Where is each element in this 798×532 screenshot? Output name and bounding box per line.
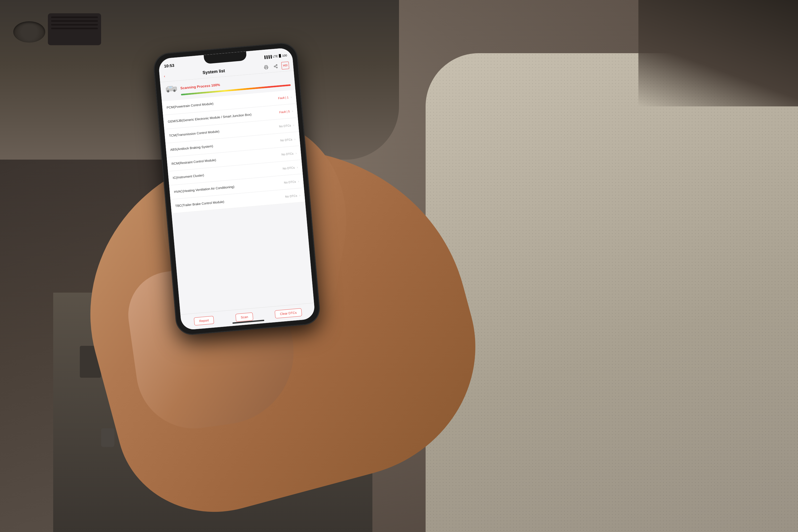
ok-label-hvac: No DTCs: [284, 180, 296, 184]
chevron-ic: ›: [297, 165, 298, 169]
chevron-gem: ›: [292, 109, 293, 113]
vent-slat: [51, 28, 98, 29]
system-list[interactable]: PCM(Powertrain Control Module) Fault | 1…: [162, 90, 314, 315]
vci-button[interactable]: VCI: [281, 61, 289, 70]
seatbelt-latch: [101, 428, 114, 447]
system-status-abs: No DTCs ›: [280, 137, 296, 142]
chevron-tcm: ›: [293, 123, 294, 127]
ok-label-tcm: No DTCs: [279, 124, 291, 128]
ok-label-abs: No DTCs: [280, 138, 292, 142]
passenger-seat: [425, 53, 798, 532]
car-vent: [48, 13, 101, 45]
chevron-rcm: ›: [296, 151, 297, 155]
scan-title: Scanning Process 100%: [180, 83, 220, 90]
system-status-tbc: No DTCs ›: [285, 193, 300, 198]
phone-screen: 10:53 ▐▐▐▐ LTE ▉ 100 ‹ System list: [158, 48, 315, 330]
share-icon-button[interactable]: [271, 62, 280, 70]
car-interior-background: [0, 0, 798, 532]
top-right-shadow: [639, 0, 798, 107]
svg-line-5: [275, 65, 277, 66]
fault-label-pcm: Fault | 1: [278, 95, 289, 99]
fault-label-gem: Fault | 5: [279, 110, 290, 114]
system-status-gem: Fault | 5 ›: [279, 109, 293, 114]
svg-point-3: [277, 67, 278, 68]
vent-slat: [51, 24, 98, 25]
svg-rect-12: [169, 87, 172, 88]
status-icons: ▐▐▐▐ LTE ▉ 100: [263, 54, 287, 59]
scan-button[interactable]: Scan: [235, 312, 253, 322]
battery-label: 100: [282, 54, 287, 57]
signal-icon: ▐▐▐▐: [263, 55, 272, 59]
chevron-pcm: ›: [290, 95, 292, 99]
system-status-tcm: No DTCs ›: [279, 123, 294, 128]
svg-line-4: [275, 66, 277, 67]
phone: 10:53 ▐▐▐▐ LTE ▉ 100 ‹ System list: [153, 42, 321, 336]
clear-dtcs-button[interactable]: Clear DTCs: [274, 308, 302, 318]
network-label: LTE: [273, 55, 278, 58]
ok-label-ic: No DTCs: [283, 166, 295, 170]
vent-slat: [51, 20, 98, 22]
report-button[interactable]: Report: [194, 316, 214, 325]
svg-rect-0: [265, 67, 267, 69]
nav-icons: VCI: [262, 61, 289, 71]
battery-icon: ▉: [279, 54, 281, 58]
system-status-rcm: No DTCs ›: [281, 151, 297, 156]
vent-slat: [51, 17, 98, 18]
system-status-pcm: Fault | 1 ›: [278, 95, 292, 100]
ok-label-rcm: No DTCs: [281, 152, 294, 156]
chevron-hvac: ›: [298, 179, 299, 183]
light-switch-knob: [13, 21, 45, 42]
system-status-ic: No DTCs ›: [283, 165, 298, 170]
ok-label-tbc: No DTCs: [285, 194, 297, 198]
chevron-tbc: ›: [299, 193, 300, 197]
car-scan-icon: [165, 84, 178, 94]
system-status-hvac: No DTCs ›: [284, 179, 299, 184]
print-icon-button[interactable]: [262, 63, 270, 71]
status-time: 10:53: [164, 63, 174, 68]
chevron-abs: ›: [294, 137, 296, 141]
